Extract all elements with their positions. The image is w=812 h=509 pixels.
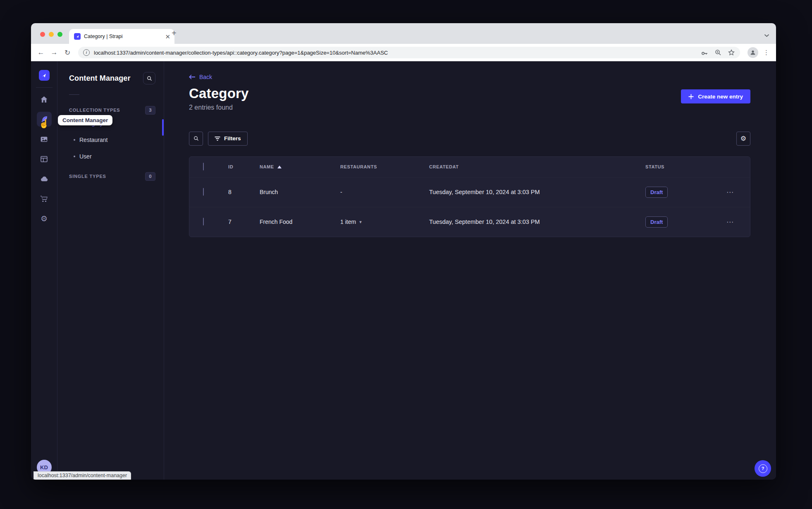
sort-asc-icon — [277, 166, 282, 168]
rail-divider — [36, 87, 53, 88]
list-search-button[interactable] — [189, 132, 203, 146]
column-header-restaurants[interactable]: RESTAURANTS — [340, 164, 429, 169]
bookmark-star-icon[interactable] — [728, 49, 735, 56]
browser-menu-icon[interactable]: ⋮ — [763, 49, 769, 56]
chevron-down-icon: ▾ — [359, 219, 362, 225]
table-row[interactable]: 8 Brunch - Tuesday, September 10, 2024 a… — [189, 177, 750, 207]
nav-content-type-builder-button[interactable] — [37, 151, 52, 166]
nav-settings-button[interactable]: ⚙ — [37, 211, 52, 226]
table-row[interactable]: 7 French Food 1 item ▾ Tuesday, Septembe… — [189, 207, 750, 237]
close-window-button[interactable] — [40, 32, 45, 37]
traffic-lights — [40, 32, 62, 37]
browser-window: Category | Strapi ✕ + ← → ↻ i localhost:… — [31, 23, 776, 480]
url-bar[interactable]: i localhost:1337/admin/content-manager/c… — [78, 47, 740, 58]
nav-media-library-button[interactable] — [37, 132, 52, 146]
url-text[interactable]: localhost:1337/admin/content-manager/col… — [94, 50, 697, 56]
zoom-window-button[interactable] — [57, 32, 62, 37]
settings-gear-icon: ⚙ — [41, 215, 48, 223]
tab-strip: Category | Strapi ✕ + — [31, 23, 776, 44]
browser-reload-icon[interactable]: ↻ — [62, 47, 73, 58]
subnav-item-user[interactable]: User — [57, 148, 164, 165]
column-header-createdat[interactable]: CREATEDAT — [429, 164, 645, 169]
cell-id: 7 — [228, 218, 260, 225]
main-content: Back Category 2 entries found Create new… — [164, 61, 776, 480]
help-icon: ? — [759, 464, 767, 473]
strapi-logo[interactable] — [39, 70, 50, 81]
column-header-id[interactable]: ID — [228, 164, 260, 169]
cell-name: Brunch — [260, 189, 340, 195]
media-library-icon — [40, 135, 48, 144]
create-new-entry-button[interactable]: Create new entry — [681, 89, 750, 103]
tab-title: Category | Strapi — [84, 34, 162, 39]
cell-createdat: Tuesday, September 10, 2024 at 3:03 PM — [429, 218, 645, 225]
zoom-icon[interactable] — [714, 49, 722, 56]
search-icon — [146, 75, 153, 82]
page-title: Category — [189, 86, 750, 101]
cell-createdat: Tuesday, September 10, 2024 at 3:03 PM — [429, 189, 645, 195]
minimize-window-button[interactable] — [49, 32, 54, 37]
nav-marketplace-button[interactable] — [37, 191, 52, 206]
nav-home-button[interactable] — [37, 92, 52, 107]
view-settings-button[interactable]: ⚙ — [736, 132, 750, 146]
plus-icon — [688, 94, 694, 99]
cloud-icon — [40, 174, 49, 183]
entries-table: ID NAME RESTAURANTS CREATEDAT STATUS 8 B… — [189, 156, 750, 237]
filters-button[interactable]: Filters — [208, 132, 248, 146]
collection-types-label: COLLECTION TYPES — [69, 108, 120, 113]
browser-tab[interactable]: Category | Strapi ✕ — [69, 29, 174, 44]
marketplace-cart-icon — [40, 194, 48, 203]
status-badge: Draft — [645, 187, 668, 198]
new-tab-button[interactable]: + — [172, 29, 177, 37]
profile-icon[interactable] — [748, 47, 758, 58]
cell-name: French Food — [260, 218, 340, 225]
collection-types-count: 3 — [145, 106, 155, 115]
password-key-icon[interactable] — [701, 49, 709, 57]
bullet-icon — [74, 156, 75, 157]
column-header-name[interactable]: NAME — [260, 164, 340, 169]
row-checkbox[interactable] — [203, 188, 204, 196]
row-actions-icon[interactable]: ⋯ — [710, 218, 750, 226]
subnav-divider — [69, 94, 79, 95]
subnav-item-restaurant[interactable]: Restaurant — [57, 132, 164, 148]
subnav-title: Content Manager — [69, 74, 131, 83]
entries-count: 2 entries found — [189, 104, 750, 111]
list-actions-row: Filters ⚙ — [189, 132, 750, 146]
hand-cursor-icon: ☝ — [39, 119, 49, 129]
tab-close-icon[interactable]: ✕ — [165, 34, 170, 40]
toolbar-right: ⋮ — [745, 47, 772, 58]
table-header-row: ID NAME RESTAURANTS CREATEDAT STATUS — [189, 157, 750, 177]
single-types-label: SINGLE TYPES — [69, 174, 106, 179]
cell-restaurants[interactable]: 1 item ▾ — [340, 218, 429, 225]
browser-toolbar: ← → ↻ i localhost:1337/admin/content-man… — [31, 44, 776, 61]
browser-back-icon[interactable]: ← — [35, 47, 47, 58]
omnibox-icons — [701, 49, 735, 57]
bullet-icon — [74, 139, 75, 141]
strapi-app: ⚙ KD Content Manager COLLECTION TYPES 3 … — [31, 61, 776, 480]
browser-forward-icon[interactable]: → — [48, 47, 60, 58]
row-checkbox[interactable] — [203, 218, 204, 226]
site-info-icon[interactable]: i — [83, 49, 90, 56]
strapi-favicon-icon — [74, 33, 81, 40]
nav-tooltip: Content Manager — [58, 115, 112, 125]
nav-deploy-button[interactable] — [37, 171, 52, 186]
help-button[interactable]: ? — [755, 460, 771, 477]
row-actions-icon[interactable]: ⋯ — [710, 188, 750, 197]
subnav-item-label: User — [79, 153, 92, 160]
single-types-count: 0 — [145, 172, 155, 181]
active-item-indicator — [162, 119, 164, 136]
filter-icon — [215, 136, 220, 141]
back-link[interactable]: Back — [189, 74, 212, 80]
subnav-search-button[interactable] — [143, 72, 155, 84]
cell-restaurants: - — [340, 189, 429, 195]
select-all-checkbox[interactable] — [203, 163, 204, 170]
content-type-builder-icon — [40, 155, 48, 163]
subnav-item-label: Restaurant — [79, 137, 107, 143]
search-icon — [193, 135, 199, 142]
tab-strip-chevron-icon[interactable] — [764, 31, 769, 39]
settings-gear-icon: ⚙ — [740, 135, 746, 142]
avatar-initials: KD — [40, 464, 48, 471]
status-badge: Draft — [645, 216, 668, 228]
column-header-status[interactable]: STATUS — [645, 164, 710, 169]
link-preview-status-bar: localhost:1337/admin/content-manager — [33, 471, 131, 480]
back-arrow-icon — [189, 74, 196, 79]
